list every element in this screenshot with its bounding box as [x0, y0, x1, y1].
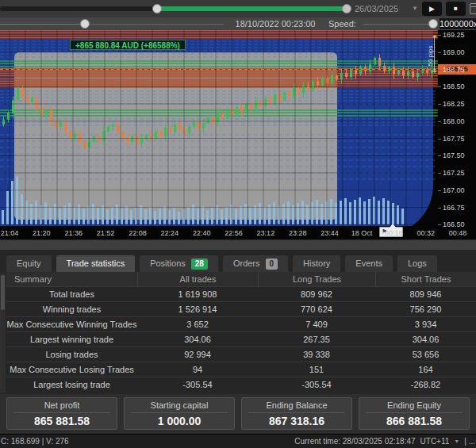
table-scrollbar-thumb[interactable] [1, 275, 5, 310]
table-cell: 809 962 [258, 287, 375, 301]
results-tab-bar: EquityTrade statisticsPositions28Orders0… [0, 250, 476, 272]
time-axis-label: 23:12 [250, 229, 282, 237]
axis-tick [438, 104, 441, 105]
card-label: Net profit [13, 399, 110, 413]
table-cell: 7 409 [258, 317, 375, 331]
tab-label: Trade statistics [67, 255, 125, 272]
time-axis-label: 21:04 [0, 229, 25, 237]
backtester-window: 26/03/2025 ▼ ▶ ■ 18/10/2022 00:23:00 Spe… [0, 0, 476, 448]
table-cell: 1 619 908 [137, 287, 258, 301]
tab-label: Equity [17, 255, 41, 272]
price-chart[interactable]: +865 880.84 AUD (+86588%) 50 pips [0, 30, 438, 226]
chevron-down-icon[interactable]: ▼ [412, 2, 418, 15]
column-header: Summary [6, 272, 137, 286]
time-axis-label: 23:28 [282, 229, 313, 237]
table-header-row: SummaryAll tradesLong TradesShort Trades [6, 272, 476, 286]
price-axis-label: 166.50 [443, 220, 465, 228]
table-cell: 756 290 [375, 302, 476, 316]
table-row[interactable]: Max Consecutive Losing Trades94151164 [6, 362, 476, 377]
price-axis-label: 167.00 [443, 186, 465, 194]
tab-positions[interactable]: Positions28 [140, 255, 218, 272]
table-row[interactable]: Losing trades92 99439 33853 656 [6, 347, 476, 362]
price-axis-label: 168.50 [443, 82, 465, 90]
price-axis-label: 168.00 [443, 117, 465, 125]
tab-trade-statistics[interactable]: Trade statistics [56, 255, 136, 272]
timeline-track-left[interactable] [0, 24, 84, 25]
tab-count-badge: 28 [191, 258, 208, 270]
table-cell: 94 [137, 362, 258, 377]
table-cell: Winning trades [6, 302, 137, 316]
axis-tick [438, 70, 441, 71]
price-axis-label: 169.25 [443, 31, 465, 39]
table-cell: 92 994 [137, 347, 258, 362]
summary-card-net-profit: Net profit865 881.58 [6, 397, 117, 430]
price-axis-label: 167.50 [443, 151, 465, 159]
tab-history[interactable]: History [293, 255, 340, 272]
price-axis-label: 167.25 [443, 169, 465, 177]
table-row[interactable]: Winning trades1 526 914770 624756 290 [6, 301, 476, 316]
quote-status: C: 168.699 | V: 276 [1, 437, 69, 446]
card-label: Ending Equity [366, 399, 463, 413]
table-scrollbar[interactable] [0, 274, 6, 392]
table-cell: 304.06 [375, 332, 476, 347]
card-value: 865 881.58 [7, 413, 117, 430]
time-axis-label: 00:32 [410, 229, 442, 237]
time-axis-label: 22:08 [121, 229, 153, 237]
progress-track-range[interactable] [158, 6, 347, 11]
table-cell: 39 338 [258, 347, 375, 362]
tab-label: Orders [233, 255, 260, 272]
candlestick-chart-canvas [0, 30, 438, 226]
table-cell: Total trades [6, 287, 137, 301]
tab-logs[interactable]: Logs [397, 255, 437, 272]
chevron-down-icon[interactable]: ▼ [454, 438, 459, 444]
time-axis-label: 22:56 [218, 229, 250, 237]
tab-label: History [303, 255, 330, 272]
backtest-progress-bar: 26/03/2025 ▼ ▶ ■ [0, 0, 476, 17]
table-cell: -305.54 [258, 377, 375, 392]
price-axis[interactable]: 168.75 169.25169.00168.75168.50168.25168… [438, 30, 476, 239]
tab-equity[interactable]: Equity [6, 255, 52, 272]
stop-button[interactable]: ■ [446, 2, 466, 16]
speed-slider-handle[interactable] [428, 19, 438, 29]
table-row[interactable]: Total trades1 619 908809 962809 946 [6, 286, 476, 301]
calendar-icon[interactable] [470, 3, 476, 14]
table-cell: 164 [375, 362, 476, 377]
time-axis-label: 00:16 [378, 229, 409, 237]
speed-slider-track[interactable] [363, 24, 432, 25]
table-cell: 304.06 [137, 332, 258, 347]
table-cell: 151 [258, 362, 375, 377]
progress-handle-end[interactable] [342, 4, 351, 13]
speed-value[interactable]: 1000000x [440, 18, 476, 29]
tab-orders[interactable]: Orders0 [223, 255, 288, 272]
end-date-selector[interactable]: 26/03/2025 [355, 2, 420, 15]
timeline-track-right[interactable] [89, 24, 224, 25]
table-row[interactable]: Largest losing trade-305.54-305.54-268.8… [6, 377, 476, 392]
time-axis-label: 22:40 [186, 229, 217, 237]
time-axis[interactable]: ⚑ 21:0421:2021:3621:5222:0822:2422:4022:… [0, 226, 438, 239]
progress-track-elapsed[interactable] [0, 6, 157, 11]
table-cell: 267.35 [258, 332, 375, 347]
tab-label: Events [355, 255, 382, 272]
summary-card-ending-equity: Ending Equity866 881.58 [359, 397, 470, 430]
axis-tick [438, 208, 441, 209]
axis-tick [438, 224, 441, 225]
axis-tick [438, 52, 441, 53]
table-cell: Largest winning trade [6, 332, 137, 347]
status-bar: C: 168.699 | V: 276 Current time: 28/03/… [0, 434, 476, 448]
table-cell: 1 526 914 [137, 302, 258, 316]
axis-tick [438, 190, 441, 191]
panel-splitter[interactable] [0, 239, 476, 250]
table-row[interactable]: Largest winning trade304.06267.35304.06 [6, 331, 476, 347]
axis-tick [438, 35, 441, 36]
time-axis-label: 21:52 [90, 229, 121, 237]
statistics-table: SummaryAll tradesLong TradesShort Trades… [6, 272, 476, 392]
play-button[interactable]: ▶ [422, 2, 442, 16]
trade-statistics-panel: SummaryAll tradesLong TradesShort Trades… [0, 272, 476, 394]
table-cell: Largest losing trade [6, 377, 137, 392]
timezone-selector[interactable]: UTC+11 [420, 437, 450, 446]
tab-events[interactable]: Events [345, 255, 393, 272]
progress-handle-start[interactable] [152, 4, 162, 13]
price-axis-label: 167.75 [443, 135, 465, 143]
table-row[interactable]: Max Consecutive Winning Trades3 6527 409… [6, 316, 476, 331]
timeline-handle[interactable] [80, 19, 90, 29]
